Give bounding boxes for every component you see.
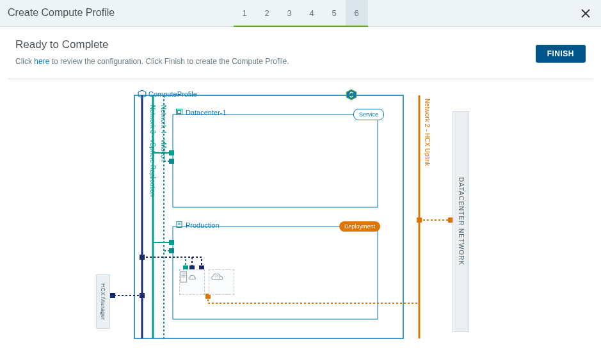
network-3-label: Network 3 - vSphere Replication xyxy=(148,105,157,196)
deployment-badge: Deployment xyxy=(339,221,380,232)
svg-rect-18 xyxy=(417,218,422,223)
review-link[interactable]: here xyxy=(34,57,49,66)
wizard-title: Create Compute Profile xyxy=(0,6,115,20)
cloud-sync-icon xyxy=(209,270,225,283)
cluster-1-label: Datacenter-1 xyxy=(186,108,227,118)
wizard-step-3[interactable]: 3 xyxy=(278,0,301,27)
network-4-label: Network 4 - vMotion xyxy=(159,105,168,162)
topology-diagram: ComputeProfile Datacenter-1 Service Prod… xyxy=(0,86,601,354)
svg-rect-16 xyxy=(110,293,115,298)
svg-marker-20 xyxy=(138,90,146,98)
svg-rect-0 xyxy=(134,95,403,338)
svg-rect-22 xyxy=(178,110,181,113)
svg-rect-1 xyxy=(173,115,378,207)
datacenter-network-label: DATACENTER NETWORK xyxy=(456,177,465,265)
ready-section: Ready to Complete Click here to review t… xyxy=(8,27,593,79)
svg-rect-11 xyxy=(140,255,145,260)
appliance-1 xyxy=(179,269,205,295)
wizard-header: Create Compute Profile 1 2 3 4 5 6 xyxy=(0,0,601,27)
wizard-step-5[interactable]: 5 xyxy=(323,0,346,27)
service-badge: Service xyxy=(353,109,384,121)
wizard-step-4[interactable]: 4 xyxy=(301,0,323,27)
svg-rect-21 xyxy=(177,109,182,115)
wizard-step-1[interactable]: 1 xyxy=(234,0,256,27)
ready-heading: Ready to Complete xyxy=(15,37,289,52)
hex-icon-gear xyxy=(346,89,357,100)
svg-rect-8 xyxy=(169,159,174,164)
svg-rect-15 xyxy=(140,293,145,298)
close-button[interactable] xyxy=(577,4,595,22)
cluster-2-label: Production xyxy=(186,221,220,230)
close-icon xyxy=(581,8,591,19)
wizard-step-6[interactable]: 6 xyxy=(346,0,368,27)
ready-text: Ready to Complete Click here to review t… xyxy=(15,35,289,67)
datacenter-network-box: DATACENTER NETWORK xyxy=(453,111,469,332)
hcx-manager-box: HCX Manager xyxy=(96,274,110,329)
finish-button[interactable]: Finish xyxy=(536,45,586,63)
wizard-stepper: 1 2 3 4 5 6 xyxy=(234,0,368,27)
svg-point-34 xyxy=(350,93,353,96)
wizard-step-2[interactable]: 2 xyxy=(256,0,278,27)
appliance-2 xyxy=(209,269,234,295)
compute-profile-label: ComputeProfile xyxy=(148,90,197,99)
ready-description: Click here to review the configuration. … xyxy=(15,56,289,67)
svg-rect-9 xyxy=(169,240,174,245)
svg-rect-7 xyxy=(169,150,174,155)
network-2-label: Network 2 - HCX Uplink xyxy=(422,99,431,166)
server-cloud-icon xyxy=(180,270,196,284)
diagram-lines xyxy=(0,86,601,354)
svg-rect-10 xyxy=(169,248,174,253)
hcx-manager-label: HCX Manager xyxy=(99,283,108,320)
